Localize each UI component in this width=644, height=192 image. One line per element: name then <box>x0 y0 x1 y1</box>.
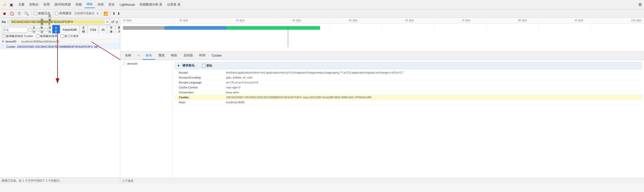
menu-item-network[interactable]: 网络 <box>84 1 95 8</box>
menu-item-lighthouse[interactable]: Lighthouse <box>117 2 137 8</box>
header-name-encoding: Accept-Encoding: <box>179 76 226 79</box>
separator-4 <box>110 11 110 16</box>
blocked-filter-bar: 被屏蔽的响应 Cookie 被屏蔽的请求 第三方请求 <box>0 33 120 39</box>
bottom-info-bar: 1 个请求 <box>120 178 644 184</box>
tab-cookie[interactable]: Cookie <box>209 52 225 59</box>
request-headers-section: ▼ 请求标头 原始 Accept: text/html,applica <box>175 60 642 107</box>
type-btn-doc[interactable]: 文档 <box>80 25 87 34</box>
separator-1 <box>31 11 32 16</box>
blocked-requests-checkbox[interactable] <box>36 34 39 38</box>
refresh-icon[interactable]: ↺ <box>111 20 114 24</box>
wt-90ms: 90 毫秒 <box>575 19 584 22</box>
type-btn-css[interactable]: CSS <box>88 25 99 34</box>
header-name-accept: Accept: <box>179 71 226 74</box>
request-item[interactable]: 📄 Cookie: JSESSIONID=33C8A5C0DA7BC598BBB… <box>0 44 120 49</box>
original-label[interactable]: 原始 <box>202 64 212 68</box>
header-value-host: localhost:8088 <box>226 101 638 104</box>
tab-response[interactable]: 响应 <box>168 52 180 60</box>
third-party-checkbox[interactable] <box>60 34 64 38</box>
header-name-cookie: Cookie: <box>179 96 226 99</box>
third-party-label[interactable]: 第三方请求 <box>60 34 79 38</box>
menu-bar: ⚡ ▣ 元素 控制台 应用 源代码/来源 性能 网络 内存 安全 Lightho… <box>0 0 644 9</box>
menu-item-console[interactable]: 控制台 <box>27 1 41 8</box>
wt-80ms: 80 毫秒 <box>518 19 527 22</box>
filter-bar: 反转 隐藏数据网址 隐藏扩展程序网址 全部 Fetch/XHR 文档 CSS J… <box>0 26 120 33</box>
menu-item-performance[interactable]: 性能 <box>73 1 84 8</box>
filter-input[interactable] <box>2 27 28 32</box>
blocked-cookies-label[interactable]: 被屏蔽的响应 Cookie <box>2 34 33 38</box>
tab-timing[interactable]: 时间 <box>196 52 209 60</box>
header-cache-control: Cache-Control: max-age=0 <box>175 85 642 90</box>
wt-60ms: 60 毫秒 <box>405 19 414 22</box>
header-accept: Accept: text/html,application/xhtml+xml,… <box>175 70 642 75</box>
upload-icon[interactable]: ⬆ <box>112 11 116 16</box>
header-name-connection: Connection: <box>179 91 226 94</box>
menu-item-sources[interactable]: 源代码/来源 <box>52 1 73 8</box>
keep-log-checkbox[interactable] <box>34 12 37 15</box>
menu-item-security[interactable]: 安全 <box>106 1 117 8</box>
menu-item-elements[interactable]: 元素 <box>16 1 27 8</box>
type-btn-font[interactable]: 字体 <box>107 25 115 34</box>
menu-item-application[interactable]: 应用 <box>41 1 52 8</box>
detail-item-demo03[interactable]: 📄 demo03 <box>120 61 172 66</box>
request-headers-toggle[interactable]: ▼ 请求标头 原始 <box>175 62 642 69</box>
menu-item-recorder[interactable]: 记录器 及 <box>165 1 183 8</box>
tab-preview[interactable]: 预览 <box>155 52 168 60</box>
tab-close[interactable]: ✕ <box>134 52 143 59</box>
detail-left-panel: 📄 demo03 <box>120 60 173 178</box>
header-accept-encoding: Accept-Encoding: gzip, deflate, br, zstd <box>175 75 642 80</box>
original-checkbox[interactable] <box>202 64 206 67</box>
dropdown-arrow-icon[interactable]: ▼ <box>96 12 99 15</box>
hide-data-urls-checkbox[interactable] <box>37 28 40 31</box>
header-value-connection: keep-alive <box>226 91 638 94</box>
filter-button[interactable]: ▽ <box>16 11 22 16</box>
header-value-accept: text/html,application/xhtml+xml,applicat… <box>226 71 638 74</box>
header-accept-language: Accept-Language: zh-CN,zh;q=0.9,en;q=0.8 <box>175 80 642 85</box>
request-name: Cookie: JSESSIONID=33C8A5C0DA7BC598BBB03… <box>6 45 100 48</box>
left-panel: Aa .* ✕ ↺ ⊘ 反转 隐藏数据网址 <box>0 18 120 184</box>
stop-record-button[interactable]: ⏺ <box>2 11 7 16</box>
header-cookie: Cookie: JSESSIONID=33C8A5C0DA7BC598BBB03… <box>175 95 642 100</box>
group-name: demo03 <box>5 40 16 43</box>
tab-name[interactable]: 名称 <box>122 52 134 60</box>
type-btn-all[interactable]: 全部 <box>52 25 60 34</box>
separator: — <box>17 40 20 43</box>
tab-initiator[interactable]: 启动器 <box>180 52 196 60</box>
status-bar: 搜索已完成。在 1 个文件中找到了 1 个匹配行。 <box>0 177 120 184</box>
cancel-icon[interactable]: ⊘ <box>115 20 118 24</box>
box-icon[interactable]: ▣ <box>9 2 14 7</box>
download-icon[interactable]: ⬇ <box>117 11 120 16</box>
settings-icon[interactable]: ⚙ <box>638 2 642 7</box>
hide-extensions-checkbox[interactable] <box>44 28 48 31</box>
menu-item-performance-insights[interactable]: 性能数据分析 及 <box>138 1 164 8</box>
wt-70ms: 70 毫秒 <box>462 19 471 22</box>
right-panel: 10 毫秒 20 毫秒 30 毫秒 40 毫秒 50 毫秒 60 毫秒 70 毫… <box>120 18 644 184</box>
menu-item-memory[interactable]: 内存 <box>95 1 106 8</box>
search-button[interactable]: 🔍 <box>24 11 29 16</box>
detail-split: 📄 demo03 ▼ 请求标头 <box>120 60 644 178</box>
invert-checkbox[interactable] <box>29 28 32 31</box>
blocked-requests-label[interactable]: 被屏蔽的请求 <box>36 34 57 38</box>
type-btn-fetch[interactable]: Fetch/XHR <box>60 25 79 34</box>
tab-headers[interactable]: 标头 <box>143 52 155 60</box>
network-toolbar: ⏺ 🚫 ▽ 🔍 保留日志 停用缓存 已停用节流模式 ▼ 📶 ⬆ ⬇ <box>0 9 644 18</box>
cursor-icon[interactable]: ⚡ <box>2 2 7 7</box>
clear-button[interactable]: 🚫 <box>9 11 15 16</box>
disable-cache-checkbox[interactable] <box>55 12 58 15</box>
header-connection: Connection: keep-alive <box>175 90 642 95</box>
search-regex-label: .* <box>7 20 8 23</box>
wt-50ms: 50 毫秒 <box>349 19 358 22</box>
wt-10ms: 10 毫秒 <box>123 19 132 22</box>
invert-filter-label[interactable]: 反转 <box>29 26 36 34</box>
main-layout: Aa .* ✕ ↺ ⊘ 反转 隐藏数据网址 <box>0 18 644 184</box>
blocked-cookies-checkbox[interactable] <box>2 34 5 38</box>
waterfall-bars <box>120 23 644 33</box>
detail-tabs: 名称 ✕ 标头 预览 响应 启动器 时间 Coo <box>120 52 644 60</box>
separator-3 <box>101 11 101 16</box>
search-clear-icon[interactable]: ✕ <box>106 20 109 24</box>
section-title: 请求标头 <box>182 63 195 68</box>
timeline-marker <box>288 26 288 47</box>
type-btn-js[interactable]: JS <box>99 25 107 34</box>
search-input[interactable] <box>11 20 105 24</box>
disable-cache-label[interactable]: 停用缓存 <box>55 11 72 16</box>
